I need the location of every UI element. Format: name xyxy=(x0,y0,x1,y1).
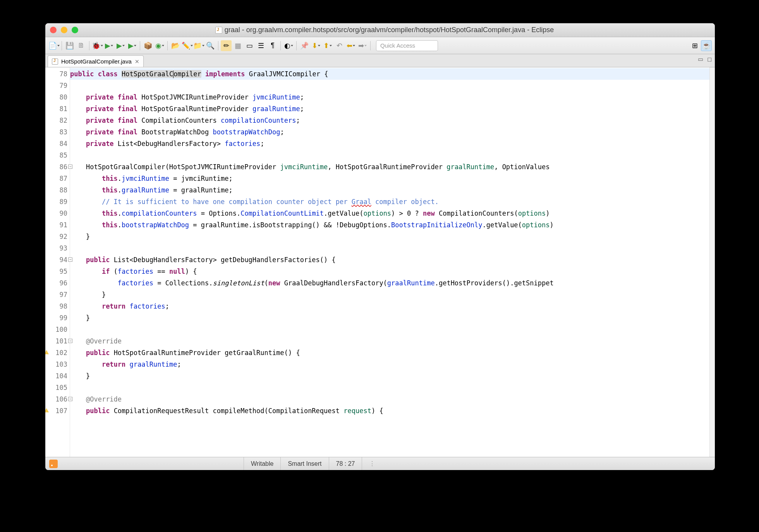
perspective-open-button[interactable]: ⊞ xyxy=(689,40,700,51)
minimize-view-icon[interactable]: ▭ xyxy=(698,56,703,63)
window-title: graal - org.graalvm.compiler.hotspot/src… xyxy=(78,26,691,34)
save-all-button[interactable]: 🗎 xyxy=(76,40,87,51)
feed-icon[interactable] xyxy=(49,460,58,468)
search-button[interactable]: 🔍 xyxy=(205,40,216,51)
minimize-window-button[interactable] xyxy=(61,27,67,33)
toggle-mark-button[interactable]: ✏ xyxy=(221,40,232,51)
status-writable: Writable xyxy=(244,457,280,470)
toggle-wrap-button[interactable]: ¶ xyxy=(267,40,278,51)
last-edit-button[interactable]: ↶ xyxy=(334,40,345,51)
line-number-gutter[interactable]: 787980818283848586−8788899091929394−9596… xyxy=(45,67,70,457)
pin-button[interactable]: 📌 xyxy=(299,40,310,51)
java-perspective-button[interactable]: ☕ xyxy=(701,40,712,51)
open-folder-button[interactable]: 📂 xyxy=(170,40,181,51)
maximize-view-icon[interactable]: ◻ xyxy=(707,56,712,63)
next-annotation-button[interactable]: ⬇ xyxy=(311,40,321,51)
coverage-button[interactable]: ▶ xyxy=(115,40,126,51)
annotation-nav-button[interactable]: ◐ xyxy=(283,40,294,51)
new-package-button[interactable]: 📦 xyxy=(143,40,153,51)
editor-tab[interactable]: HotSpotGraalCompiler.java ✕ xyxy=(48,55,144,67)
prev-annotation-button[interactable]: ⬆ xyxy=(322,40,333,51)
status-insert-mode: Smart Insert xyxy=(280,457,328,470)
run-last-button[interactable]: ▶ xyxy=(127,40,137,51)
close-window-button[interactable] xyxy=(50,27,57,33)
main-toolbar: 📄 💾 🗎 🐞 ▶ ▶ ▶ 📦 ◉ 📂 ✏️ 📁 🔍 ✏ ▦ ▭ ☰ ¶ ◐ 📌… xyxy=(45,37,715,54)
show-whitespace-button[interactable]: ▭ xyxy=(244,40,255,51)
quick-access-input[interactable]: Quick Access xyxy=(376,40,438,51)
forward-button[interactable]: ➡ xyxy=(357,40,368,51)
status-overflow-icon[interactable]: ⋮ xyxy=(362,457,383,470)
zoom-window-button[interactable] xyxy=(72,27,78,33)
overview-ruler[interactable] xyxy=(709,67,715,457)
code-area[interactable]: public class HotSpotGraalCompiler implem… xyxy=(70,67,715,457)
editor-tabbar: HotSpotGraalCompiler.java ✕ ▭ ◻ xyxy=(45,54,715,67)
show-list-button[interactable]: ☰ xyxy=(256,40,266,51)
java-file-icon xyxy=(215,27,222,34)
ide-window: graal - org.graalvm.compiler.hotspot/src… xyxy=(45,23,715,470)
open-task-button[interactable]: ✏️ xyxy=(182,40,192,51)
save-button[interactable]: 💾 xyxy=(64,40,75,51)
window-controls xyxy=(50,27,78,33)
open-type-button[interactable]: 📁 xyxy=(193,40,204,51)
toggle-block-button[interactable]: ▦ xyxy=(232,40,243,51)
titlebar[interactable]: graal - org.graalvm.compiler.hotspot/src… xyxy=(45,23,715,37)
status-bar: Writable Smart Insert 78 : 27 ⋮ xyxy=(45,457,715,470)
new-class-button[interactable]: ◉ xyxy=(154,40,165,51)
back-button[interactable]: ⬅ xyxy=(345,40,356,51)
code-editor[interactable]: 787980818283848586−8788899091929394−9596… xyxy=(45,67,715,457)
tab-label: HotSpotGraalCompiler.java xyxy=(61,58,132,65)
java-file-icon xyxy=(52,58,58,65)
close-tab-icon[interactable]: ✕ xyxy=(135,58,139,65)
status-cursor-position: 78 : 27 xyxy=(329,457,362,470)
debug-button[interactable]: 🐞 xyxy=(92,40,103,51)
run-button[interactable]: ▶ xyxy=(103,40,114,51)
new-button[interactable]: 📄 xyxy=(48,40,59,51)
